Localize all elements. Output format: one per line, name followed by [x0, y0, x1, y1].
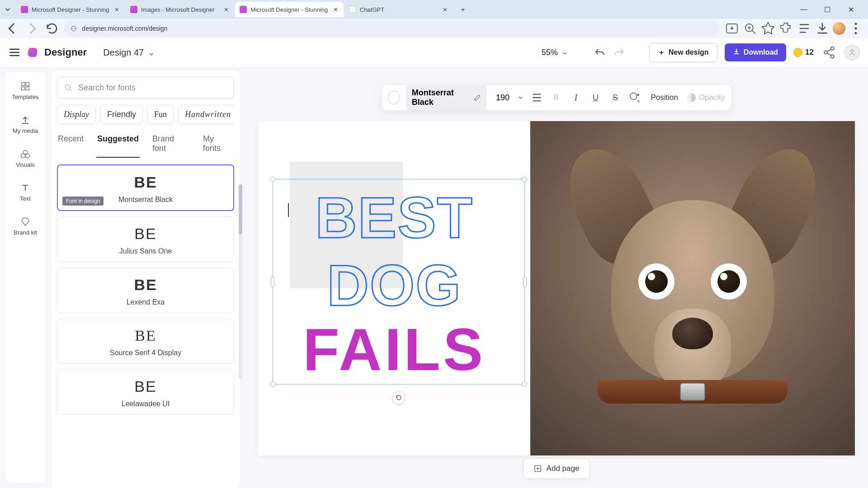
- undo-button[interactable]: [593, 46, 606, 59]
- user-avatar-icon[interactable]: [844, 45, 860, 60]
- new-tab-button[interactable]: ＋: [456, 2, 470, 17]
- font-card[interactable]: BE Leelawadee UI: [57, 369, 234, 415]
- extensions-icon[interactable]: [778, 21, 794, 36]
- font-name: Julius Sans One: [119, 247, 172, 255]
- rail-visuals[interactable]: Visuals: [8, 146, 43, 171]
- font-card[interactable]: BE Source Serif 4 Display: [57, 319, 234, 364]
- chip-display[interactable]: Display: [57, 105, 96, 124]
- font-sample: BE: [134, 225, 156, 243]
- zoom-icon[interactable]: [742, 21, 758, 36]
- text-selection-box[interactable]: [273, 179, 525, 385]
- browser-tab[interactable]: Microsoft Designer - Stunning ✕: [16, 2, 125, 17]
- design-name-dropdown[interactable]: Design 47: [99, 45, 159, 61]
- browser-menu-icon[interactable]: [848, 21, 863, 36]
- address-bar-row: designer.microsoft.com/design: [0, 19, 868, 38]
- new-design-button[interactable]: ＋ New design: [649, 43, 717, 62]
- download-icon: [733, 48, 740, 57]
- brand-kit-icon: [20, 216, 31, 227]
- redo-button[interactable]: [613, 46, 626, 59]
- canvas-area: Montserrat Black 190 B I U S Position Op…: [245, 67, 868, 488]
- strikethrough-button[interactable]: S: [609, 90, 622, 105]
- app-name: Designer: [44, 47, 87, 58]
- tab-dropdown-icon[interactable]: [4, 5, 12, 14]
- chip-fun[interactable]: Fun: [147, 105, 174, 124]
- close-icon[interactable]: ✕: [332, 6, 339, 13]
- rail-my-media[interactable]: My media: [8, 112, 43, 137]
- reload-icon[interactable]: [44, 21, 60, 36]
- canvas-image[interactable]: [530, 121, 855, 455]
- font-card[interactable]: BE Montserrat Black Font in design: [57, 164, 234, 211]
- designer-logo-icon: [27, 48, 38, 57]
- install-app-icon[interactable]: [724, 21, 740, 36]
- italic-button[interactable]: I: [569, 90, 583, 105]
- download-button[interactable]: Download: [725, 43, 786, 61]
- effects-button[interactable]: [628, 90, 642, 105]
- designer-app: Designer Design 47 55% ＋ New design Down…: [0, 38, 868, 488]
- resize-handle-br[interactable]: [522, 381, 527, 387]
- minimize-icon[interactable]: ―: [794, 2, 814, 17]
- font-card[interactable]: BE Julius Sans One: [57, 216, 234, 262]
- resize-handle-mr[interactable]: [523, 277, 527, 287]
- svg-point-21: [637, 94, 639, 96]
- upload-icon: [20, 115, 31, 126]
- align-button[interactable]: [530, 90, 543, 105]
- add-page-button[interactable]: Add page: [524, 458, 590, 479]
- profile-avatar-icon[interactable]: [833, 22, 845, 35]
- back-icon[interactable]: [5, 21, 20, 36]
- plus-square-icon: [534, 465, 542, 473]
- credits-counter[interactable]: 12: [793, 48, 814, 57]
- close-window-icon[interactable]: ✕: [841, 2, 861, 17]
- font-family-selector[interactable]: Montserrat Black: [406, 84, 486, 111]
- svg-point-7: [854, 32, 857, 34]
- rotate-handle[interactable]: [392, 391, 406, 404]
- scrollbar-thumb[interactable]: [239, 184, 242, 234]
- underline-button[interactable]: U: [589, 90, 603, 105]
- tab-suggested[interactable]: Suggested: [96, 132, 140, 158]
- design-canvas[interactable]: BEST DOG FAILS: [258, 121, 855, 455]
- tab-recent[interactable]: Recent: [57, 132, 85, 158]
- rail-brand-kit[interactable]: Brand kit: [8, 214, 43, 239]
- resize-handle-ml[interactable]: [271, 277, 274, 287]
- browser-tab[interactable]: Images - Microsoft Designer ✕: [126, 2, 234, 17]
- chip-handwritten[interactable]: Handwritten: [178, 105, 234, 124]
- resize-handle-tr[interactable]: [522, 177, 527, 182]
- resize-handle-bl[interactable]: [270, 381, 276, 387]
- bold-button[interactable]: B: [550, 90, 563, 105]
- share-icon[interactable]: [821, 44, 837, 61]
- font-search-input[interactable]: Search for fonts: [57, 77, 234, 99]
- bookmark-icon[interactable]: [760, 21, 776, 36]
- rail-label: Brand kit: [14, 229, 37, 236]
- tab-my-fonts[interactable]: My fonts: [202, 132, 234, 158]
- browser-tab[interactable]: ChatGPT ✕: [344, 2, 453, 17]
- opacity-button[interactable]: Opacity: [687, 93, 725, 102]
- forward-icon[interactable]: [24, 21, 40, 36]
- tab-brand-font[interactable]: Brand font: [151, 132, 190, 158]
- url-input[interactable]: designer.microsoft.com/design: [64, 21, 720, 36]
- zoom-control[interactable]: 55%: [542, 48, 568, 57]
- scrollbar[interactable]: [239, 184, 242, 379]
- font-size-value[interactable]: 190: [493, 90, 513, 106]
- font-size-selector[interactable]: 190: [493, 90, 524, 106]
- font-sample: BE: [134, 276, 157, 294]
- font-category-chips: Display Friendly Fun Handwritten Mo: [57, 105, 234, 124]
- browser-tab-active[interactable]: Microsoft Designer - Stunning ✕: [235, 2, 344, 17]
- url-text: designer.microsoft.com/design: [82, 25, 167, 32]
- font-panel: Search for fonts Display Friendly Fun Ha…: [46, 67, 245, 488]
- downloads-icon[interactable]: [815, 21, 830, 36]
- rail-text[interactable]: Text: [8, 180, 43, 205]
- close-icon[interactable]: ✕: [441, 6, 448, 13]
- text-color-button[interactable]: [388, 91, 400, 104]
- reading-list-icon[interactable]: [797, 21, 812, 36]
- chip-friendly[interactable]: Friendly: [100, 105, 143, 124]
- plus-icon: ＋: [658, 48, 665, 57]
- resize-handle-tl[interactable]: [270, 177, 276, 182]
- maximize-icon[interactable]: ☐: [817, 2, 837, 17]
- svg-point-10: [831, 55, 834, 58]
- canvas-left-area[interactable]: BEST DOG FAILS: [258, 121, 530, 455]
- position-button[interactable]: Position: [648, 90, 680, 105]
- menu-icon[interactable]: [8, 46, 21, 59]
- rail-templates[interactable]: Templates: [8, 78, 43, 103]
- font-card[interactable]: BE Lexend Exa: [57, 267, 234, 313]
- close-icon[interactable]: ✕: [113, 6, 120, 13]
- close-icon[interactable]: ✕: [222, 6, 230, 13]
